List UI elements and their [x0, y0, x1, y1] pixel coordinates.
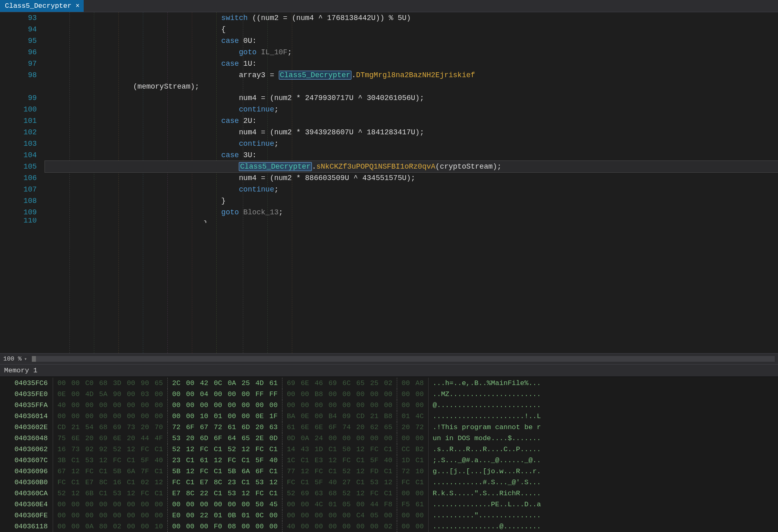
zoom-value[interactable]: 100 % [3, 356, 22, 363]
code-line[interactable]: goto IL_10F; [45, 47, 778, 58]
memory-row[interactable]: 04036062167392925212FCC15212FCC15212FCC1… [0, 444, 778, 455]
memory-hex: 00000000000000000000100100000E1FBA0E00B4… [53, 411, 429, 422]
memory-row[interactable]: 0403601400000000000000000000100100000E1F… [0, 411, 778, 422]
memory-row[interactable]: 040360CA52126BC15312FCC1E78C22C15312FCC1… [0, 488, 778, 499]
code-line[interactable]: Class5_Decrypter.sNkCKZf3uPOPQ1NSFBI1oRz… [45, 161, 778, 172]
code-line[interactable]: case 2U: [45, 115, 778, 127]
memory-address: 04035FC6 [0, 378, 53, 389]
code-line[interactable]: case 1U: [45, 58, 778, 69]
memory-hex: 0E004D5A90000300000004000000FFFF0000B800… [53, 389, 429, 400]
code-line[interactable]: continue; [45, 138, 778, 149]
memory-hex: 4000000000000000000000000000000000000000… [53, 400, 429, 411]
memory-address: 04036096 [0, 466, 53, 477]
memory-row[interactable]: 040360E400000000000000000000000000005045… [0, 499, 778, 510]
code-editor[interactable]: 9394959697989910010110210310410510610710… [0, 12, 778, 353]
line-number: 107 [0, 184, 45, 195]
memory-row[interactable]: 04035FE00E004D5A90000300000004000000FFFF… [0, 389, 778, 400]
memory-ascii: ............#.S..._@'.S... [429, 477, 541, 488]
memory-ascii: .........."............... [429, 510, 541, 521]
memory-row[interactable]: 0403607C3BC15312FCC15F4023C16112FCC15F40… [0, 455, 778, 466]
line-number: 102 [0, 127, 45, 138]
line-number: 105 [0, 161, 45, 172]
code-line[interactable]: (memoryStream); [45, 81, 778, 92]
memory-hex: 0000000000000000E00022010B010C0000000000… [53, 510, 429, 521]
memory-ascii: ................@......... [429, 521, 541, 532]
memory-address: 040360CA [0, 488, 53, 499]
memory-ascii: R.k.S.....".S...RichR..... [429, 488, 541, 499]
memory-ascii: ;.S..._@#.a..._@......_@.. [429, 455, 541, 466]
memory-address: 04036118 [0, 521, 53, 532]
memory-address: 040360E4 [0, 499, 53, 510]
memory-address: 0403607C [0, 455, 53, 466]
line-number: 94 [0, 24, 45, 35]
memory-address: 040360B0 [0, 477, 53, 488]
memory-ascii: ...h=..e,.B..%MainFile%... [429, 378, 541, 389]
memory-hex: FCC1E78C16C10212FCC1E78C23C15312FCC15F40… [53, 477, 429, 488]
memory-ascii: .s..R...R...R....C..P..... [429, 444, 541, 455]
memory-hex: 6712FCC15B6A7FC15B12FCC15B6A6FC17712FCC1… [53, 466, 429, 477]
memory-hex: 52126BC15312FCC1E78C22C15312FCC152696368… [53, 488, 429, 499]
code-content[interactable]: switch ((num2 = (num4 ^ 1768138442U)) % … [45, 12, 778, 353]
line-number: 110 [0, 218, 45, 223]
memory-hex: 0000000000000000000000000000504500004C01… [53, 499, 429, 510]
line-number: 96 [0, 47, 45, 58]
memory-hex-view[interactable]: 04035FC60000C0683D0090652C00420C0A254D61… [0, 377, 778, 532]
memory-row[interactable]: 04035FC60000C0683D0090652C00420C0A254D61… [0, 378, 778, 389]
code-line[interactable]: num4 = (num2 * 886603509U ^ 434551575U); [45, 172, 778, 184]
close-icon[interactable]: × [76, 2, 80, 10]
code-line[interactable]: num4 = (num2 * 3943928607U ^ 1841283417U… [45, 127, 778, 138]
memory-address: 0403602E [0, 422, 53, 433]
code-line[interactable]: case 0U: [45, 35, 778, 47]
code-line[interactable]: goto Block_13; [45, 207, 778, 218]
tab-bar: Class5_Decrypter × [0, 0, 778, 12]
memory-address: 04036014 [0, 411, 53, 422]
code-line[interactable]: continue; [45, 104, 778, 115]
memory-ascii: ......................!..L [429, 411, 541, 422]
memory-address: 04035FFA [0, 400, 53, 411]
line-number: 109 [0, 207, 45, 218]
memory-ascii: @......................... [429, 400, 541, 411]
memory-hex: 756E20696E20444F53206D6F64652E0D0D0A2400… [53, 433, 429, 444]
code-line[interactable]: num4 = (num2 * 2479930717U ^ 3040261056U… [45, 92, 778, 104]
line-number: 101 [0, 115, 45, 127]
code-line[interactable]: array3 = Class5_Decrypter.DTmgMrgl8na2Ba… [45, 69, 778, 81]
memory-address: 04036062 [0, 444, 53, 455]
memory-row[interactable]: 04036048756E20696E20444F53206D6F64652E0D… [0, 433, 778, 444]
memory-title-text: Memory 1 [4, 367, 38, 374]
memory-address: 04035FE0 [0, 389, 53, 400]
memory-hex: 167392925212FCC15212FCC15212FCC114431DC1… [53, 444, 429, 455]
memory-ascii: un in DOS mode....$....... [429, 433, 541, 444]
code-line[interactable]: continue; [45, 184, 778, 195]
memory-row[interactable]: 040360B0FCC1E78C16C10212FCC1E78C23C15312… [0, 477, 778, 488]
line-number: 93 [0, 12, 45, 24]
scrollbar-thumb[interactable] [32, 356, 36, 362]
memory-row[interactable]: 04035FFA40000000000000000000000000000000… [0, 400, 778, 411]
line-number: 95 [0, 35, 45, 47]
tab-class5-decrypter[interactable]: Class5_Decrypter × [0, 0, 84, 12]
memory-row[interactable]: 0403602ECD21546869732070726F6772616D2063… [0, 422, 778, 433]
memory-ascii: ..MZ...................... [429, 389, 541, 400]
memory-hex: 00000A8002000010000000F00800000040000000… [53, 521, 429, 532]
memory-ascii: g...[j..[...[jo.w...R...r. [429, 466, 541, 477]
zoom-bar: 100 % ▾ [0, 353, 778, 365]
line-number: 99 [0, 92, 45, 104]
code-line[interactable]: } [45, 218, 778, 223]
memory-ascii: ..............PE..L...D..a [429, 499, 541, 510]
memory-row[interactable]: 0403611800000A8002000010000000F008000000… [0, 521, 778, 532]
chevron-down-icon[interactable]: ▾ [24, 356, 27, 362]
memory-hex: 0000C0683D0090652C00420C0A254D61696E4669… [53, 378, 429, 389]
code-line[interactable]: case 3U: [45, 149, 778, 161]
line-number: 104 [0, 149, 45, 161]
code-line[interactable]: { [45, 24, 778, 35]
code-line[interactable]: } [45, 195, 778, 207]
line-number: 108 [0, 195, 45, 207]
code-line[interactable]: switch ((num2 = (num4 ^ 1768138442U)) % … [45, 12, 778, 24]
memory-hex: CD21546869732070726F6772616D2063616E6E6F… [53, 422, 429, 433]
line-number: 98 [0, 69, 45, 81]
line-number [0, 81, 45, 92]
horizontal-scrollbar[interactable] [32, 356, 775, 362]
memory-row[interactable]: 040360FE0000000000000000E00022010B010C00… [0, 510, 778, 521]
memory-row[interactable]: 040360966712FCC15B6A7FC15B12FCC15B6A6FC1… [0, 466, 778, 477]
line-number: 97 [0, 58, 45, 69]
memory-ascii: .!This program cannot be r [429, 422, 541, 433]
